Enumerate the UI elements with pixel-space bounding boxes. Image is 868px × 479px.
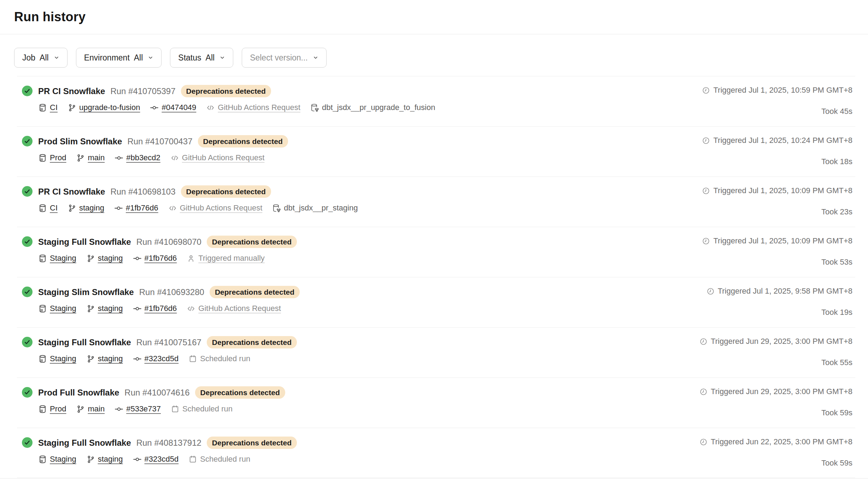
run-timing: Triggered Jun 29, 2025, 3:00 PM GMT+8 To…: [699, 336, 852, 367]
run-row-left: Staging Full Snowflake Run #410698070 De…: [22, 236, 297, 263]
run-row-main: Staging Slim Snowflake Run #410693280 De…: [38, 286, 300, 313]
commit-link[interactable]: #1fb76d6: [145, 254, 177, 263]
job-name-link[interactable]: Staging Full Snowflake: [38, 438, 131, 448]
run-success-icon: [22, 186, 33, 197]
trigger-label[interactable]: GitHub Actions Request: [198, 304, 281, 313]
environment-link[interactable]: Prod: [50, 404, 66, 414]
run-success-icon: [22, 136, 33, 146]
code-icon: [187, 304, 195, 313]
environment-item: CI: [38, 103, 58, 112]
environment-filter-dropdown[interactable]: Environment All: [76, 48, 162, 68]
branch-item: main: [76, 153, 105, 162]
environment-icon: [38, 304, 47, 313]
job-name-link[interactable]: Prod Full Snowflake: [38, 388, 119, 398]
run-number: Run #410074616: [124, 388, 189, 398]
run-row[interactable]: Staging Full Snowflake Run #408137912 De…: [17, 428, 855, 478]
job-name-link[interactable]: Staging Full Snowflake: [38, 237, 131, 247]
chevron-down-icon: [54, 55, 59, 60]
job-name-link[interactable]: Staging Full Snowflake: [38, 337, 131, 347]
run-success-icon: [22, 437, 33, 448]
commit-item: #323cd5d: [133, 455, 179, 464]
deprecations-badge: Deprecations detected: [195, 386, 285, 399]
run-row-main: PR CI Snowflake Run #410705397 Deprecati…: [38, 85, 435, 112]
took-duration: Took 53s: [702, 258, 852, 267]
branch-link[interactable]: main: [88, 153, 105, 162]
run-success-icon: [22, 236, 33, 247]
environment-item: Staging: [38, 354, 76, 363]
environment-link[interactable]: Prod: [50, 153, 66, 162]
run-row[interactable]: Staging Full Snowflake Run #410698070 De…: [17, 227, 855, 277]
trigger-item: GitHub Actions Request: [206, 103, 300, 112]
chevron-down-icon: [313, 55, 318, 60]
run-meta-line: CI upgrade-to-fusion: [38, 103, 435, 112]
trigger-item: GitHub Actions Request: [170, 153, 265, 162]
run-row[interactable]: PR CI Snowflake Run #410705397 Deprecati…: [17, 76, 855, 126]
run-row[interactable]: Staging Slim Snowflake Run #410693280 De…: [17, 277, 855, 327]
environment-item: Staging: [38, 254, 76, 263]
run-title-line: PR CI Snowflake Run #410698103 Deprecati…: [38, 185, 358, 198]
git-branch-icon: [86, 354, 95, 363]
triggered-text: Triggered Jun 22, 2025, 3:00 PM GMT+8: [711, 437, 852, 446]
commit-link[interactable]: #1fb76d6: [145, 304, 177, 313]
job-filter-dropdown[interactable]: Job All: [14, 48, 68, 68]
deprecations-badge: Deprecations detected: [207, 336, 297, 348]
triggered-time: Triggered Jun 22, 2025, 3:00 PM GMT+8: [699, 437, 852, 446]
run-row-main: Prod Slim Snowflake Run #410700437 Depre…: [38, 135, 288, 162]
triggered-time: Triggered Jul 1, 2025, 10:59 PM GMT+8: [702, 86, 852, 95]
job-name-link[interactable]: Staging Slim Snowflake: [38, 287, 134, 297]
commit-icon: [115, 405, 123, 414]
environment-link[interactable]: Staging: [50, 455, 76, 464]
branch-link[interactable]: staging: [98, 254, 123, 263]
page-header: Run history: [0, 0, 868, 34]
commit-link[interactable]: #323cd5d: [145, 354, 179, 363]
run-row[interactable]: PR CI Snowflake Run #410698103 Deprecati…: [17, 177, 855, 227]
branch-item: staging: [86, 304, 123, 313]
commit-link[interactable]: #bb3ecd2: [126, 153, 160, 162]
run-row[interactable]: Staging Full Snowflake Run #410075167 De…: [17, 327, 855, 377]
job-name-link[interactable]: Prod Slim Snowflake: [38, 137, 122, 146]
run-row[interactable]: Prod Full Snowflake Run #410074616 Depre…: [17, 377, 855, 428]
environment-link[interactable]: Staging: [50, 354, 76, 363]
status-filter-label: Status: [178, 53, 201, 63]
trigger-label: Scheduled run: [182, 404, 233, 414]
run-title-line: Staging Full Snowflake Run #410698070 De…: [38, 236, 297, 248]
database-branch-icon: [272, 204, 281, 213]
branch-item: upgrade-to-fusion: [68, 103, 140, 112]
trigger-label[interactable]: GitHub Actions Request: [218, 103, 300, 112]
commit-link[interactable]: #533e737: [126, 404, 161, 414]
branch-link[interactable]: staging: [98, 304, 123, 313]
deprecations-badge: Deprecations detected: [210, 286, 300, 298]
environment-link[interactable]: Staging: [50, 254, 76, 263]
run-row[interactable]: Prod Slim Snowflake Run #410700437 Depre…: [17, 126, 855, 177]
trigger-label[interactable]: GitHub Actions Request: [182, 153, 265, 162]
version-filter-dropdown[interactable]: Select version...: [242, 48, 327, 68]
commit-link[interactable]: #323cd5d: [145, 455, 179, 464]
branch-link[interactable]: staging: [79, 203, 104, 213]
job-name-link[interactable]: PR CI Snowflake: [38, 187, 105, 197]
status-filter-value: All: [206, 53, 215, 63]
branch-link[interactable]: upgrade-to-fusion: [79, 103, 140, 112]
branch-link[interactable]: staging: [98, 354, 123, 363]
run-number: Run #410075167: [136, 337, 201, 347]
run-row-left: Staging Full Snowflake Run #408137912 De…: [22, 437, 297, 464]
run-row-left: Prod Full Snowflake Run #410074616 Depre…: [22, 386, 285, 414]
commit-item: #0474049: [150, 103, 196, 112]
environment-link[interactable]: Staging: [50, 304, 76, 313]
trigger-label[interactable]: GitHub Actions Request: [180, 203, 263, 213]
status-filter-dropdown[interactable]: Status All: [170, 48, 233, 68]
environment-link[interactable]: CI: [50, 103, 58, 112]
triggered-text: Triggered Jul 1, 2025, 10:24 PM GMT+8: [713, 136, 852, 145]
job-name-link[interactable]: PR CI Snowflake: [38, 86, 105, 96]
branch-link[interactable]: main: [88, 404, 105, 414]
commit-link[interactable]: #0474049: [162, 103, 196, 112]
took-duration: Took 19s: [706, 308, 852, 317]
run-row-left: Prod Slim Snowflake Run #410700437 Depre…: [22, 135, 288, 162]
person-icon: [187, 254, 195, 263]
clock-icon: [699, 337, 708, 346]
commit-link[interactable]: #1fb76d6: [126, 203, 158, 213]
environment-link[interactable]: CI: [50, 203, 58, 213]
database-branch-icon: [310, 103, 319, 112]
branch-link[interactable]: staging: [98, 455, 123, 464]
trigger-label: Triggered manually: [198, 254, 265, 263]
job-filter-value: All: [40, 53, 49, 63]
